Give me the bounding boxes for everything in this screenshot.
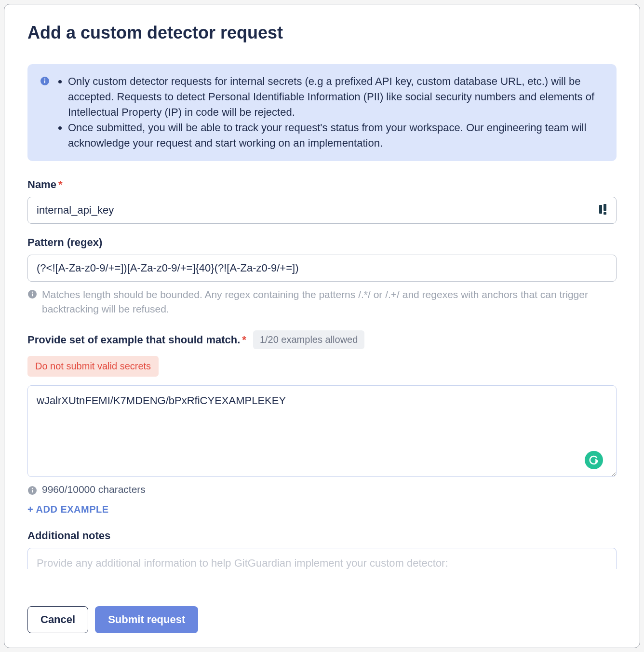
name-input-wrap <box>27 197 617 224</box>
svg-rect-7 <box>32 294 33 297</box>
svg-rect-3 <box>599 205 602 214</box>
info-bullet-1: Only custom detector requests for intern… <box>68 74 604 120</box>
grammarly-icon[interactable] <box>585 451 603 469</box>
required-asterisk: * <box>242 334 246 346</box>
svg-point-11 <box>32 488 33 489</box>
name-label: Name* <box>27 178 617 191</box>
examples-header: Provide set of example that should match… <box>27 330 617 349</box>
info-icon <box>40 76 50 86</box>
examples-count-badge: 1/20 examples allowed <box>253 330 364 349</box>
submit-button[interactable]: Submit request <box>95 606 198 633</box>
svg-rect-4 <box>604 204 606 211</box>
cancel-button[interactable]: Cancel <box>27 606 88 633</box>
modal-title: Add a custom detector request <box>27 23 617 43</box>
required-asterisk: * <box>58 178 63 190</box>
notes-input[interactable]: Provide any additional information to he… <box>27 548 617 569</box>
pattern-hint-row: Matches length should be bounded. Any re… <box>27 287 617 316</box>
info-icon <box>27 486 37 495</box>
info-box: Only custom detector requests for intern… <box>27 64 617 161</box>
notes-section: Additional notes Provide any additional … <box>27 530 617 569</box>
svg-rect-5 <box>604 212 606 215</box>
add-example-button[interactable]: + ADD EXAMPLE <box>27 504 109 515</box>
info-icon <box>27 289 37 299</box>
char-count-row: 9960/10000 characters <box>27 484 617 495</box>
info-content: Only custom detector requests for intern… <box>55 74 604 150</box>
modal-footer: Cancel Submit request <box>27 601 617 633</box>
custom-detector-modal: Add a custom detector request Only custo… <box>4 4 640 648</box>
info-bullet-2: Once submitted, you will be able to trac… <box>68 120 604 151</box>
example-textarea[interactable] <box>27 385 617 477</box>
password-manager-icon[interactable] <box>599 204 609 217</box>
svg-point-8 <box>32 292 33 293</box>
example-textarea-wrap <box>27 385 617 479</box>
name-label-text: Name <box>27 178 56 190</box>
svg-rect-1 <box>44 81 45 83</box>
pattern-label: Pattern (regex) <box>27 236 617 249</box>
name-input[interactable] <box>27 197 617 224</box>
svg-point-2 <box>44 79 45 80</box>
examples-label: Provide set of example that should match… <box>27 334 246 346</box>
examples-label-text: Provide set of example that should match… <box>27 334 240 346</box>
warning-badge: Do not submit valid secrets <box>27 356 159 377</box>
svg-rect-10 <box>32 490 33 493</box>
pattern-input-wrap <box>27 255 617 282</box>
notes-label: Additional notes <box>27 530 617 542</box>
char-count: 9960/10000 characters <box>42 484 146 495</box>
pattern-hint: Matches length should be bounded. Any re… <box>42 287 617 316</box>
modal-body: Only custom detector requests for intern… <box>27 64 617 633</box>
pattern-input[interactable] <box>27 255 617 282</box>
